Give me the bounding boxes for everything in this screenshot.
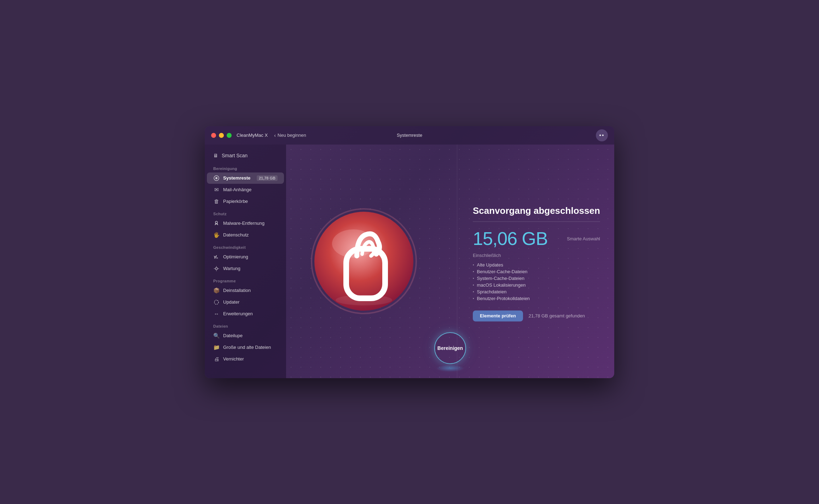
svg-point-12 — [214, 300, 219, 304]
systemreste-badge: 21,78 GB — [257, 175, 278, 181]
bereinigen-area: Bereinigen — [434, 332, 466, 372]
einschliesslich-label: Einschließlich — [473, 253, 600, 258]
sidebar-item-vernichter[interactable]: 🖨 Vernichter — [207, 353, 284, 365]
app-name: CleanMyMac X — [237, 133, 268, 138]
size-number: 15,06 GB — [473, 228, 548, 250]
bereinigen-button[interactable]: Bereinigen — [434, 332, 466, 364]
deinstallation-icon: 📦 — [213, 287, 220, 294]
sidebar-section-bereinigung: Bereinigung Systemreste 21,78 GB ✉ Mail-… — [205, 162, 286, 207]
close-button[interactable] — [211, 133, 216, 138]
section-label-geschwindigkeit: Geschwindigkeit — [205, 241, 286, 251]
systemreste-label: Systemreste — [223, 175, 250, 181]
cleanmymac-icon — [311, 208, 417, 314]
items-list: Alte Updates Benutzer-Cache-Dateien Syst… — [473, 262, 600, 302]
section-label-bereinigung: Bereinigung — [205, 162, 286, 172]
dateilupe-icon: 🔍 — [213, 333, 220, 339]
back-chevron-icon: ‹ — [274, 133, 276, 138]
svg-line-5 — [217, 223, 218, 225]
back-button[interactable]: ‹ Neu beginnen — [274, 133, 306, 138]
list-item: Benutzer-Protokolldateien — [473, 295, 600, 302]
optimierung-icon — [213, 254, 220, 260]
menu-dots-button[interactable]: •• — [596, 129, 608, 141]
smart-scan-icon: 🖥 — [213, 153, 218, 158]
sidebar-section-schutz: Schutz Malware-Entfernung 🖐 Datens — [205, 207, 286, 241]
smart-scan-label: Smart Scan — [222, 153, 248, 158]
traffic-lights — [211, 133, 232, 138]
trash-icon: 🗑 — [213, 198, 220, 205]
updater-icon — [213, 299, 220, 305]
datenschutz-label: Datenschutz — [223, 232, 249, 238]
sidebar-section-dateien: Dateien 🔍 Dateilupe 📁 Große und alte Dat… — [205, 320, 286, 365]
sidebar-item-dateilupe[interactable]: 🔍 Dateilupe — [207, 330, 284, 341]
sidebar-section-geschwindigkeit: Geschwindigkeit Optimierung — [205, 241, 286, 274]
updater-label: Updater — [223, 299, 239, 305]
sidebar-item-systemreste[interactable]: Systemreste 21,78 GB — [207, 172, 284, 184]
papierkorbe-label: Papierkörbe — [223, 199, 248, 204]
svg-point-2 — [215, 221, 217, 223]
sidebar-item-deinstallation[interactable]: 📦 Deinstallation — [207, 285, 284, 296]
main-content: 🖥 Smart Scan Bereinigung Systemreste 21,… — [205, 145, 614, 378]
section-label-dateien: Dateien — [205, 320, 286, 330]
sidebar-item-smart-scan[interactable]: 🖥 Smart Scan — [207, 150, 284, 162]
malware-label: Malware-Entfernung — [223, 221, 265, 226]
sidebar-item-malware[interactable]: Malware-Entfernung — [207, 218, 284, 229]
sidebar-item-mail-anhaenge[interactable]: ✉ Mail-Anhänge — [207, 184, 284, 195]
section-label-programme: Programme — [205, 275, 286, 285]
datenschutz-icon: 🖐 — [213, 232, 220, 238]
vernichter-label: Vernichter — [223, 356, 244, 362]
app-window: CleanMyMac X ‹ Neu beginnen Systemreste … — [205, 126, 614, 378]
action-row: Elemente prüfen 21,78 GB gesamt gefunden — [473, 311, 600, 322]
smart-selection-label: Smarte Auswahl — [567, 236, 600, 241]
sidebar-item-datenschutz[interactable]: 🖐 Datenschutz — [207, 229, 284, 241]
sidebar-item-updater[interactable]: Updater — [207, 297, 284, 308]
erweiterungen-label: Erweiterungen — [223, 311, 253, 316]
content-area: Scanvorgang abgeschlossen 15,06 GB Smart… — [286, 145, 614, 378]
minimize-button[interactable] — [219, 133, 224, 138]
sidebar-item-wartung[interactable]: Wartung — [207, 263, 284, 274]
mail-label: Mail-Anhänge — [223, 187, 251, 192]
sidebar-item-optimierung[interactable]: Optimierung — [207, 251, 284, 263]
svg-point-11 — [215, 268, 217, 270]
wartung-label: Wartung — [223, 266, 240, 271]
dateilupe-label: Dateilupe — [223, 333, 243, 338]
svg-line-4 — [215, 223, 216, 225]
total-found-label: 21,78 GB gesamt gefunden — [529, 313, 585, 319]
erweiterungen-icon: ↔ — [213, 311, 220, 317]
wartung-icon — [213, 265, 220, 272]
optimierung-label: Optimierung — [223, 254, 248, 259]
list-item: Sprachdateien — [473, 289, 600, 295]
pruefen-button[interactable]: Elemente prüfen — [473, 311, 523, 322]
titlebar-center-title: Systemreste — [397, 133, 422, 138]
list-item: macOS Lokalisierungen — [473, 282, 600, 289]
sidebar-item-erweiterungen[interactable]: ↔ Erweiterungen — [207, 308, 284, 320]
list-item: Alte Updates — [473, 262, 600, 269]
info-panel: Scanvorgang abgeschlossen 15,06 GB Smart… — [473, 205, 600, 321]
size-display-row: 15,06 GB Smarte Auswahl — [473, 228, 600, 250]
list-item: System-Cache-Dateien — [473, 275, 600, 282]
divider-line — [473, 222, 600, 222]
deinstallation-label: Deinstallation — [223, 288, 251, 293]
section-label-schutz: Schutz — [205, 207, 286, 217]
grosse-alte-label: Große und alte Dateien — [223, 345, 271, 350]
maximize-button[interactable] — [227, 133, 232, 138]
list-item: Benutzer-Cache-Dateien — [473, 269, 600, 275]
sidebar: 🖥 Smart Scan Bereinigung Systemreste 21,… — [205, 145, 286, 378]
svg-point-17 — [336, 295, 392, 305]
systemreste-icon — [213, 175, 220, 181]
sidebar-item-papierkorbe[interactable]: 🗑 Papierkörbe — [207, 196, 284, 207]
scan-complete-title: Scanvorgang abgeschlossen — [473, 205, 600, 216]
vernichter-icon: 🖨 — [213, 356, 220, 362]
bereinigen-shadow — [436, 365, 464, 372]
back-label: Neu beginnen — [278, 133, 306, 138]
titlebar: CleanMyMac X ‹ Neu beginnen Systemreste … — [205, 126, 614, 145]
sidebar-item-grosse-alte[interactable]: 📁 Große und alte Dateien — [207, 342, 284, 353]
svg-point-1 — [215, 177, 217, 179]
grosse-alte-icon: 📁 — [213, 344, 220, 351]
malware-icon — [213, 220, 220, 227]
mail-icon: ✉ — [213, 187, 220, 193]
sidebar-section-programme: Programme 📦 Deinstallation Updater ↔ Erw… — [205, 275, 286, 320]
app-icon-area — [304, 208, 424, 314]
